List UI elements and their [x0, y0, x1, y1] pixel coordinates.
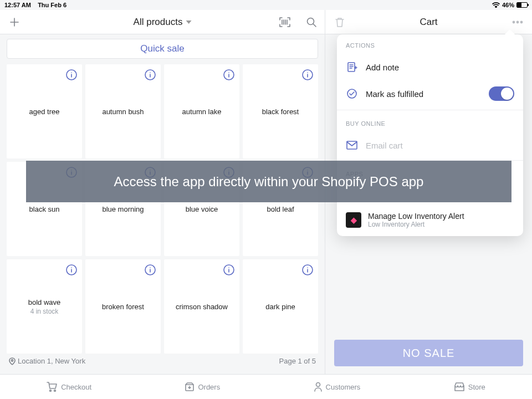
tab-customers[interactable]: Customers — [314, 382, 361, 392]
svg-point-21 — [50, 390, 52, 392]
store-icon — [454, 382, 465, 392]
check-circle-icon — [346, 88, 358, 100]
chevron-down-icon — [186, 21, 191, 24]
svg-point-17 — [11, 359, 13, 361]
product-name: dark pine — [265, 303, 295, 311]
cart-pane: ACTIONS Add note Mark as fulfilled BUY O… — [325, 34, 532, 374]
location-icon — [9, 357, 16, 365]
info-icon[interactable] — [223, 69, 235, 83]
customers-icon — [314, 382, 323, 392]
status-time: 12:57 AM — [4, 2, 31, 8]
page-indicator: Page 1 of 5 — [279, 357, 316, 365]
more-button[interactable] — [510, 14, 525, 30]
add-note-row[interactable]: Add note — [337, 54, 523, 80]
add-button[interactable] — [7, 14, 22, 30]
product-tile[interactable]: autumn lake — [164, 64, 239, 158]
orders-icon — [185, 382, 195, 392]
tab-orders[interactable]: Orders — [185, 382, 220, 392]
product-tile[interactable]: aged tree — [7, 64, 82, 158]
quick-sale-button[interactable]: Quick sale — [7, 39, 318, 59]
search-button[interactable] — [304, 14, 319, 30]
svg-point-2 — [513, 21, 514, 23]
products-dropdown[interactable]: All products — [134, 17, 192, 28]
battery-icon — [516, 2, 528, 8]
no-sale-button[interactable]: NO SALE — [334, 340, 523, 366]
info-icon[interactable] — [223, 264, 235, 278]
product-name: bold wave — [28, 298, 61, 306]
tab-bar: Checkout Orders Customers Store — [0, 374, 532, 399]
battery-pct: 46% — [502, 2, 514, 8]
product-tile[interactable]: broken forest — [85, 259, 161, 354]
info-icon[interactable] — [65, 264, 78, 278]
app-row[interactable]: ◆ Manage Low Inventory Alert Low Invento… — [337, 206, 523, 232]
email-cart-input[interactable] — [366, 141, 514, 150]
note-icon — [346, 61, 358, 73]
status-bar: 12:57 AM Thu Feb 6 46% — [0, 0, 532, 10]
products-title: All products — [134, 17, 183, 28]
product-name: black forest — [262, 108, 299, 116]
svg-point-0 — [495, 7, 496, 7]
svg-point-4 — [520, 21, 522, 23]
barcode-button[interactable] — [277, 14, 293, 30]
mark-fulfilled-row[interactable]: Mark as fulfilled — [337, 80, 523, 108]
product-name: bold leaf — [267, 205, 294, 213]
cart-actions-popover: ACTIONS Add note Mark as fulfilled BUY O… — [337, 34, 523, 236]
app-subtitle: Low Inventory Alert — [368, 221, 464, 228]
location-indicator[interactable]: Location 1, New York — [9, 357, 85, 365]
tab-checkout[interactable]: Checkout — [47, 382, 91, 392]
product-name: autumn bush — [102, 108, 144, 116]
product-stock: 4 in stock — [30, 308, 59, 315]
svg-rect-18 — [348, 63, 355, 71]
trash-button[interactable] — [332, 14, 347, 30]
fulfilled-toggle[interactable] — [489, 86, 514, 101]
product-tile[interactable]: autumn bush — [85, 64, 161, 158]
products-footer: Location 1, New York Page 1 of 5 — [7, 354, 318, 369]
product-name: black sun — [29, 205, 60, 213]
mail-icon — [346, 139, 358, 151]
svg-point-24 — [316, 383, 320, 387]
product-name: broken forest — [102, 303, 144, 311]
products-pane: Quick sale aged treeautumn bushautumn la… — [0, 34, 325, 374]
top-bar: All products Cart — [0, 10, 532, 34]
info-icon[interactable] — [301, 69, 314, 83]
product-name: blue morning — [102, 205, 144, 213]
product-name: aged tree — [29, 108, 60, 116]
info-icon[interactable] — [144, 69, 156, 83]
tab-store[interactable]: Store — [454, 382, 485, 392]
wifi-icon — [492, 2, 500, 8]
info-icon[interactable] — [65, 69, 78, 83]
cart-icon — [47, 382, 58, 392]
product-name: blue voice — [186, 205, 218, 213]
info-icon[interactable] — [301, 264, 314, 278]
status-date: Thu Feb 6 — [38, 2, 66, 8]
product-name: crimson shadow — [176, 303, 228, 311]
cart-title: Cart — [420, 17, 437, 28]
app-icon: ◆ — [346, 212, 361, 228]
buy-online-section-label: BUY ONLINE — [337, 112, 523, 132]
product-tile[interactable]: bold wave4 in stock — [7, 259, 82, 354]
actions-section-label: ACTIONS — [337, 34, 523, 54]
info-icon[interactable] — [144, 264, 156, 278]
product-name: autumn lake — [182, 108, 222, 116]
product-tile[interactable]: dark pine — [243, 259, 318, 354]
svg-point-22 — [54, 390, 56, 392]
overlay-banner: Access the app directly within your Shop… — [26, 161, 511, 202]
app-title: Manage Low Inventory Alert — [368, 212, 464, 221]
product-tile[interactable]: crimson shadow — [164, 259, 239, 354]
main-area: Quick sale aged treeautumn bushautumn la… — [0, 34, 532, 374]
email-cart-row[interactable] — [337, 132, 523, 158]
product-tile[interactable]: black forest — [243, 64, 318, 158]
product-grid: aged treeautumn bushautumn lakeblack for… — [7, 64, 318, 354]
svg-point-3 — [516, 21, 518, 23]
